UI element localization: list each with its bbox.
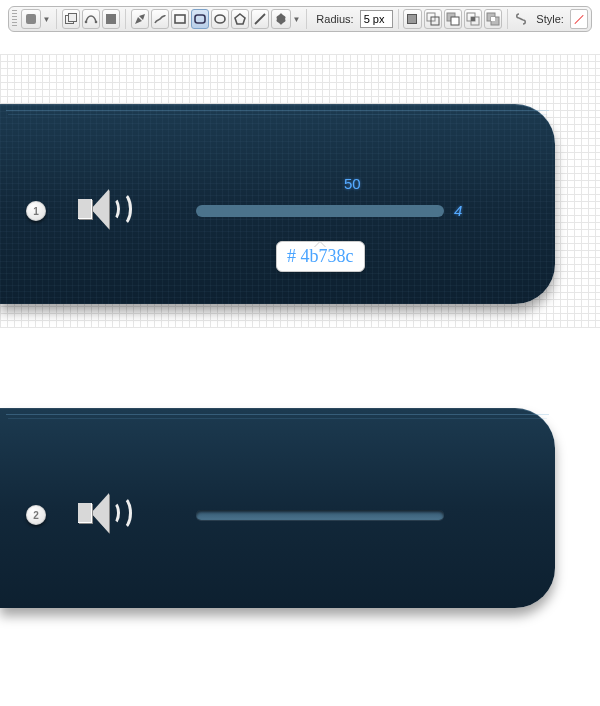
color-tooltip: # 4b738c: [276, 241, 365, 272]
svg-point-8: [215, 15, 225, 23]
ui-panel: 1 50 4 # 4b738c: [0, 104, 555, 304]
svg-rect-11: [408, 15, 417, 24]
svg-point-4: [95, 21, 98, 24]
svg-line-10: [255, 14, 265, 24]
svg-point-3: [85, 21, 88, 24]
svg-rect-15: [451, 17, 459, 25]
fill-color-dropdown[interactable]: ▼: [21, 9, 51, 29]
line-shape-icon[interactable]: [251, 9, 269, 29]
pathop-subtract-icon[interactable]: [444, 9, 462, 29]
svg-rect-6: [175, 15, 185, 23]
speaker-icon: [78, 183, 138, 233]
fill-swatch-icon: [21, 9, 41, 29]
ui-panel: 2: [0, 408, 555, 608]
step-badge: 1: [26, 201, 46, 221]
svg-rect-7: [195, 15, 205, 23]
speaker-icon: [78, 487, 138, 537]
separator: [507, 9, 508, 29]
radius-label: Radius:: [312, 13, 357, 25]
caret-down-icon: ▼: [41, 9, 51, 29]
svg-marker-9: [235, 14, 245, 24]
svg-rect-2: [69, 14, 77, 22]
tutorial-step-1: 1 50 4 # 4b738c: [0, 38, 600, 344]
slider-track-styled[interactable]: [196, 510, 444, 520]
caret-down-icon: ▼: [291, 9, 301, 29]
paths-button[interactable]: [82, 9, 100, 29]
pathop-exclude-icon[interactable]: [484, 9, 502, 29]
pen-tool-icon[interactable]: [131, 9, 149, 29]
pathop-add-icon[interactable]: [424, 9, 442, 29]
shape-layers-button[interactable]: [62, 9, 80, 29]
toolbar-grip[interactable]: [12, 10, 17, 28]
rectangle-shape-icon[interactable]: [171, 9, 189, 29]
freeform-pen-icon[interactable]: [151, 9, 169, 29]
svg-rect-0: [26, 14, 36, 24]
separator: [56, 9, 57, 29]
svg-rect-18: [471, 17, 475, 21]
style-label: Style:: [532, 13, 568, 25]
height-measure: 4: [454, 202, 462, 219]
separator: [398, 9, 399, 29]
custom-shape-icon: [271, 9, 291, 29]
slider-track[interactable]: [196, 205, 444, 217]
tutorial-step-2: 2: [0, 344, 600, 674]
options-toolbar: ▼ ▼ Radius: 5 px: [8, 6, 592, 32]
pathop-new-icon[interactable]: [403, 9, 421, 29]
svg-rect-5: [106, 14, 116, 24]
fill-pixels-button[interactable]: [102, 9, 120, 29]
custom-shape-dropdown[interactable]: ▼: [271, 9, 301, 29]
pathop-intersect-icon[interactable]: [464, 9, 482, 29]
style-swatch-none[interactable]: [570, 9, 588, 29]
ellipse-shape-icon[interactable]: [211, 9, 229, 29]
step-badge: 2: [26, 505, 46, 525]
radius-input[interactable]: 5 px: [360, 10, 393, 28]
separator: [125, 9, 126, 29]
link-style-icon[interactable]: [513, 9, 531, 29]
polygon-shape-icon[interactable]: [231, 9, 249, 29]
svg-rect-21: [491, 17, 495, 21]
separator: [306, 9, 307, 29]
width-measure: 50: [344, 175, 361, 192]
rounded-rectangle-shape-icon[interactable]: [191, 9, 209, 29]
